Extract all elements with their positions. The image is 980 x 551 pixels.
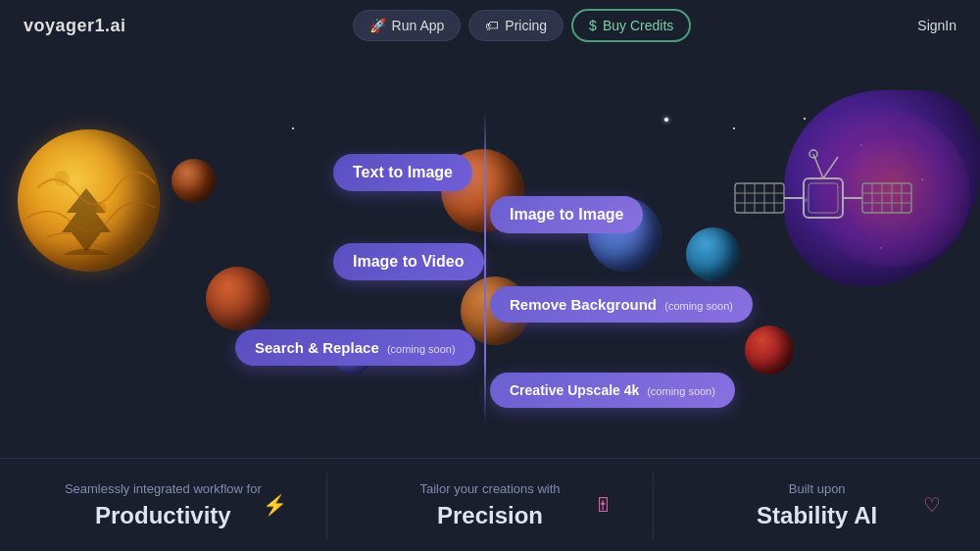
remove-bg-coming-soon: (coming soon) <box>664 300 733 312</box>
star-decoration <box>804 118 806 120</box>
bolt-icon: ⚡ <box>263 493 287 517</box>
satellite-illustration <box>725 129 921 286</box>
star-decoration <box>664 118 668 122</box>
vertical-divider <box>484 110 486 424</box>
search-replace-coming-soon: (coming soon) <box>387 343 456 355</box>
signin-button[interactable]: SignIn <box>917 18 956 33</box>
planet-right-2 <box>745 326 794 375</box>
upscale-coming-soon: (coming soon) <box>647 385 715 397</box>
image-to-video-pill[interactable]: Image to Video <box>333 243 484 280</box>
productivity-subtitle: Seamlessly integrated workflow for <box>65 481 262 496</box>
stability-title: Stability AI <box>757 502 877 529</box>
planet-right-1 <box>686 227 740 281</box>
nav-center: 🚀 Run App 🏷 Pricing $ Buy Credits <box>353 9 692 42</box>
footer-productivity: Seamlessly integrated workflow for Produ… <box>0 472 326 539</box>
planet-large-left <box>18 129 160 272</box>
pricing-button[interactable]: 🏷 Pricing <box>468 10 564 41</box>
svg-rect-0 <box>735 183 784 213</box>
header: voyager1.ai 🚀 Run App 🏷 Pricing $ Buy Cr… <box>0 0 980 51</box>
stability-subtitle: Built upon <box>789 481 846 496</box>
footer-precision: Tailor your creations with Precision 🎚 <box>326 472 654 539</box>
heart-icon: ♡ <box>923 493 941 517</box>
sliders-icon: 🎚 <box>594 494 613 517</box>
buy-credits-button[interactable]: $ Buy Credits <box>571 9 691 42</box>
search-replace-pill[interactable]: Search & Replace (coming soon) <box>235 329 475 366</box>
rocket-icon: 🚀 <box>369 18 386 33</box>
precision-title: Precision <box>437 502 543 529</box>
planet-small-1 <box>172 159 216 203</box>
tag-icon: 🏷 <box>485 18 499 33</box>
svg-line-20 <box>823 157 838 178</box>
image-to-image-pill[interactable]: Image to Image <box>490 196 643 233</box>
star-decoration <box>292 127 294 129</box>
svg-rect-11 <box>862 183 911 213</box>
creative-upscale-pill[interactable]: Creative Upscale 4k (coming soon) <box>490 373 735 408</box>
productivity-title: Productivity <box>95 502 231 529</box>
run-app-button[interactable]: 🚀 Run App <box>353 10 462 41</box>
footer: Seamlessly integrated workflow for Produ… <box>0 458 980 551</box>
svg-rect-9 <box>808 183 838 213</box>
remove-background-pill[interactable]: Remove Background (coming soon) <box>490 286 753 323</box>
text-to-image-pill[interactable]: Text to Image <box>333 154 472 191</box>
precision-subtitle: Tailor your creations with <box>419 481 560 496</box>
dollar-icon: $ <box>589 18 597 33</box>
logo: voyager1.ai <box>24 16 126 36</box>
planet-small-2 <box>206 267 270 330</box>
footer-stability: Built upon Stability AI ♡ <box>653 472 980 539</box>
